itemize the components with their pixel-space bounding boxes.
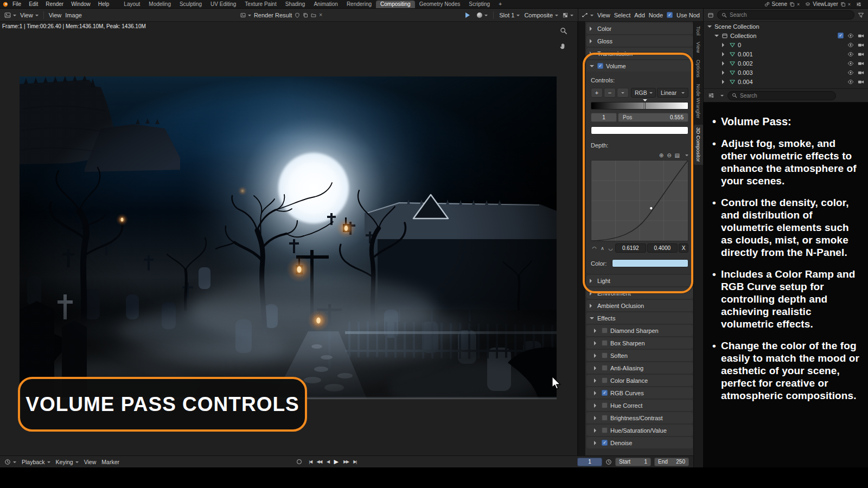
menu-help[interactable]: Help [94,1,113,7]
camera-icon[interactable] [858,51,864,57]
next-keyframe-button[interactable]: ▶▶ [343,459,348,464]
record-icon[interactable] [297,459,302,464]
menu-keying[interactable]: Keying [56,459,79,465]
menu-image[interactable]: Image [65,12,82,18]
shading-sphere-button[interactable] [477,12,488,18]
panel-section-environment[interactable]: Environment [586,287,693,299]
add-stop-button[interactable] [591,88,603,98]
effect-checkbox[interactable] [602,340,608,346]
effect-diamond-sharpen[interactable]: Diamond Sharpen [586,325,693,336]
panel-section-transmission[interactable]: Transmission [586,48,693,59]
tab-scripting[interactable]: Scripting [464,1,494,8]
outliner-search-input[interactable] [730,12,850,18]
remove-viewlayer-icon[interactable]: × [848,2,851,7]
tab-animation[interactable]: Animation [309,1,342,8]
eye-icon[interactable] [847,79,854,85]
render-viewport[interactable] [20,76,557,399]
zoom-out-icon[interactable]: ⊖ [667,152,671,158]
outliner-row-collection[interactable]: Collection [704,31,868,40]
point-x-field[interactable]: 0.6192 [615,243,646,253]
menu-marker[interactable]: Marker [101,459,119,465]
editor-type-button[interactable] [4,12,16,18]
effect-hue-saturation-value[interactable]: Hue/Saturation/Value [586,425,693,436]
camera-icon[interactable] [858,69,864,76]
tab-layout[interactable]: Layout [119,1,144,8]
ramp-interpolation-dropdown[interactable]: Linear [657,88,688,98]
effect-checkbox[interactable] [602,352,608,358]
effect-checkbox[interactable] [602,440,608,446]
fog-color-swatch[interactable] [612,259,688,267]
effect-color-balance[interactable]: Color Balance [586,375,693,386]
pass-dropdown[interactable]: Composite [524,12,558,18]
properties-search[interactable] [727,91,836,100]
effect-brightness-contrast[interactable]: Brightness/Contrast [586,412,693,423]
curve-clip-dropdown-icon[interactable] [685,155,688,158]
ramp-color-mode-dropdown[interactable]: RGB [631,88,656,98]
jump-to-end-button[interactable]: ▶| [353,459,356,464]
eye-icon[interactable] [847,42,854,48]
collection-checkbox[interactable] [838,33,844,38]
zoom-gizmo-icon[interactable] [560,27,567,35]
effect-denoise[interactable]: Denoise [586,437,693,448]
image-mode-dropdown[interactable]: View [20,12,39,18]
menu-file[interactable]: File [9,1,25,7]
color-ramp[interactable] [591,102,688,110]
tab-view[interactable]: View [694,42,703,53]
curve-tools-icon[interactable]: ▤ [675,152,680,158]
stop-index-field[interactable]: 1 [591,113,617,122]
editor-type-button[interactable] [582,12,593,18]
fake-user-icon[interactable] [295,12,300,18]
panel-section-ambient-occlusion[interactable]: Ambient Oclusion [586,300,693,311]
tab-rendering[interactable]: Rendering [342,1,376,8]
display-channels-button[interactable] [563,12,573,18]
effect-checkbox[interactable] [602,427,608,433]
zoom-in-icon[interactable]: ⊕ [659,152,663,158]
tab-3d-compositor[interactable]: 3D Compositor [694,125,703,164]
stop-position-field[interactable]: Pos 0.555 [618,113,688,122]
camera-icon[interactable] [858,33,864,39]
tab-compositing[interactable]: Compositing [376,1,415,8]
tab-shading[interactable]: Shading [281,1,310,8]
ramp-stop-handle[interactable] [644,102,646,110]
slot-dropdown[interactable]: Slot 1 [499,12,520,18]
stop-color-swatch[interactable] [591,126,688,134]
tab-options[interactable]: Options [694,60,703,78]
camera-icon[interactable] [858,79,864,85]
eye-icon[interactable] [847,33,854,39]
ramp-options-button[interactable] [617,88,629,98]
effect-checkbox[interactable] [602,390,608,396]
outliner-row-object[interactable]: 0.002 [704,59,868,68]
new-scene-icon[interactable] [789,2,795,7]
effect-checkbox[interactable] [602,377,608,383]
effect-checkbox[interactable] [602,365,608,371]
panel-section-gloss[interactable]: Gloss [586,35,693,47]
effect-rgb-curves[interactable]: RGB Curves [586,387,693,399]
menu-render[interactable]: Render [42,1,67,7]
point-y-field[interactable]: 0.4000 [647,243,678,253]
camera-icon[interactable] [858,60,864,67]
editor-type-button[interactable] [4,459,16,465]
menu-view[interactable]: View [49,12,62,18]
curve-point[interactable] [650,207,653,210]
effect-checkbox[interactable] [602,328,608,333]
gizmo-arrow-icon[interactable] [465,12,473,18]
add-workspace-button[interactable]: + [494,1,506,8]
effect-anti-aliasing[interactable]: Anti-Aliasing [586,362,693,374]
prev-keyframe-button[interactable]: ◀◀ [317,459,322,464]
properties-search-input[interactable] [740,93,832,99]
panel-section-volume[interactable]: Volume [586,60,693,72]
eye-icon[interactable] [847,69,854,76]
viewlayer-selector[interactable]: ViewLayer × [805,1,851,7]
eye-icon[interactable] [847,60,854,67]
tab-geometry-nodes[interactable]: Geometry Nodes [415,1,465,8]
current-frame-field[interactable]: 1 [577,458,602,466]
new-image-icon[interactable] [303,12,308,18]
menu-view[interactable]: View [84,459,97,465]
unlink-scene-icon[interactable]: × [797,2,800,7]
menu-view[interactable]: View [597,12,610,18]
effect-checkbox[interactable] [602,402,608,408]
outliner-search[interactable] [717,10,854,20]
chevron-down-icon[interactable] [720,95,724,98]
effect-hue-correct[interactable]: Hue Correct [586,400,693,411]
remove-stop-button[interactable] [604,88,616,98]
